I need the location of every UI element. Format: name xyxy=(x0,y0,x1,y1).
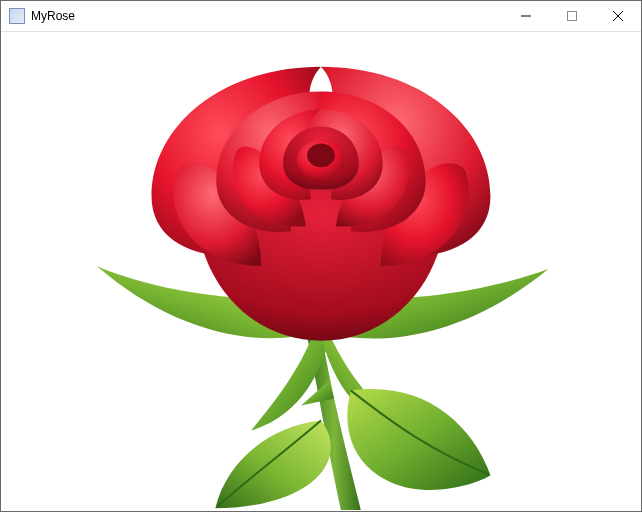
maximize-button[interactable] xyxy=(549,1,595,31)
minimize-button[interactable] xyxy=(503,1,549,31)
rose-illustration xyxy=(2,32,640,510)
window-title: MyRose xyxy=(31,9,75,23)
svg-point-5 xyxy=(307,143,335,167)
minimize-icon xyxy=(521,11,531,21)
application-window: MyRose xyxy=(0,0,642,512)
close-button[interactable] xyxy=(595,1,641,31)
svg-rect-1 xyxy=(568,12,577,21)
titlebar[interactable]: MyRose xyxy=(1,1,641,32)
close-icon xyxy=(613,11,623,21)
client-area xyxy=(2,32,640,510)
app-icon xyxy=(9,8,25,24)
maximize-icon xyxy=(567,11,577,21)
